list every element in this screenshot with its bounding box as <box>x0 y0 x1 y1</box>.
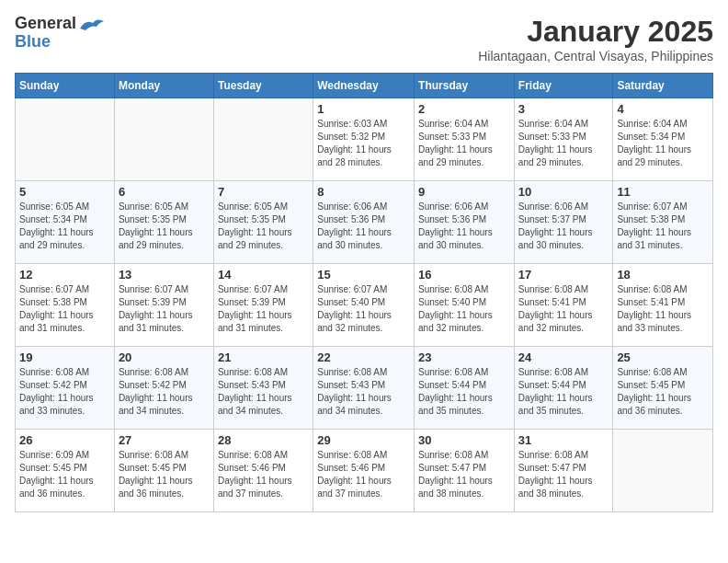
day-number: 26 <box>19 433 110 447</box>
calendar-cell: 23Sunrise: 6:08 AM Sunset: 5:44 PM Dayli… <box>415 347 515 430</box>
calendar-cell: 9Sunrise: 6:06 AM Sunset: 5:36 PM Daylig… <box>415 181 515 264</box>
weekday-header: Sunday <box>16 74 115 98</box>
day-number: 28 <box>218 433 309 447</box>
day-number: 8 <box>317 185 410 199</box>
calendar-cell: 7Sunrise: 6:05 AM Sunset: 5:35 PM Daylig… <box>213 181 313 264</box>
header: General Blue January 2025 Hilantagaan, C… <box>15 15 713 63</box>
calendar-cell: 17Sunrise: 6:08 AM Sunset: 5:41 PM Dayli… <box>514 264 613 347</box>
day-number: 6 <box>119 185 210 199</box>
calendar-cell: 26Sunrise: 6:09 AM Sunset: 5:45 PM Dayli… <box>16 430 115 512</box>
calendar-cell: 15Sunrise: 6:07 AM Sunset: 5:40 PM Dayli… <box>313 264 415 347</box>
day-number: 7 <box>218 185 309 199</box>
title-area: January 2025 Hilantagaan, Central Visaya… <box>478 15 713 63</box>
weekday-header: Thursday <box>415 74 515 98</box>
day-info: Sunrise: 6:04 AM Sunset: 5:33 PM Dayligh… <box>518 118 609 169</box>
calendar-cell: 6Sunrise: 6:05 AM Sunset: 5:35 PM Daylig… <box>114 181 213 264</box>
day-info: Sunrise: 6:04 AM Sunset: 5:34 PM Dayligh… <box>617 118 709 169</box>
day-number: 17 <box>518 268 609 282</box>
calendar-cell: 21Sunrise: 6:08 AM Sunset: 5:43 PM Dayli… <box>213 347 313 430</box>
day-info: Sunrise: 6:05 AM Sunset: 5:35 PM Dayligh… <box>119 201 210 252</box>
day-number: 30 <box>418 433 510 447</box>
day-number: 11 <box>617 185 709 199</box>
calendar-cell <box>114 98 213 181</box>
calendar-week-row: 12Sunrise: 6:07 AM Sunset: 5:38 PM Dayli… <box>16 264 713 347</box>
day-number: 4 <box>617 102 709 116</box>
calendar-cell: 2Sunrise: 6:04 AM Sunset: 5:33 PM Daylig… <box>415 98 515 181</box>
calendar-cell <box>16 98 115 181</box>
calendar-cell: 24Sunrise: 6:08 AM Sunset: 5:44 PM Dayli… <box>514 347 613 430</box>
day-number: 27 <box>119 433 210 447</box>
calendar-cell: 8Sunrise: 6:06 AM Sunset: 5:36 PM Daylig… <box>313 181 415 264</box>
logo-general-text: General <box>15 15 76 33</box>
calendar-cell: 16Sunrise: 6:08 AM Sunset: 5:40 PM Dayli… <box>415 264 515 347</box>
day-info: Sunrise: 6:08 AM Sunset: 5:47 PM Dayligh… <box>518 449 609 500</box>
day-number: 10 <box>518 185 609 199</box>
calendar-cell: 29Sunrise: 6:08 AM Sunset: 5:46 PM Dayli… <box>313 430 415 512</box>
logo-bird-icon <box>78 17 106 38</box>
calendar-cell: 25Sunrise: 6:08 AM Sunset: 5:45 PM Dayli… <box>613 347 713 430</box>
calendar-cell: 10Sunrise: 6:06 AM Sunset: 5:37 PM Dayli… <box>514 181 613 264</box>
day-number: 14 <box>218 268 309 282</box>
calendar-cell: 28Sunrise: 6:08 AM Sunset: 5:46 PM Dayli… <box>213 430 313 512</box>
calendar-cell: 14Sunrise: 6:07 AM Sunset: 5:39 PM Dayli… <box>213 264 313 347</box>
day-info: Sunrise: 6:07 AM Sunset: 5:39 PM Dayligh… <box>119 283 210 335</box>
calendar-cell: 19Sunrise: 6:08 AM Sunset: 5:42 PM Dayli… <box>16 347 115 430</box>
day-info: Sunrise: 6:08 AM Sunset: 5:43 PM Dayligh… <box>317 366 410 418</box>
day-info: Sunrise: 6:08 AM Sunset: 5:44 PM Dayligh… <box>418 366 510 418</box>
day-info: Sunrise: 6:08 AM Sunset: 5:46 PM Dayligh… <box>317 449 410 500</box>
day-info: Sunrise: 6:07 AM Sunset: 5:38 PM Dayligh… <box>19 283 110 335</box>
logo-blue-text: Blue <box>15 33 76 52</box>
day-number: 13 <box>119 268 210 282</box>
day-number: 16 <box>418 268 510 282</box>
day-info: Sunrise: 6:08 AM Sunset: 5:47 PM Dayligh… <box>418 449 510 500</box>
calendar-cell: 11Sunrise: 6:07 AM Sunset: 5:38 PM Dayli… <box>613 181 713 264</box>
calendar-cell: 30Sunrise: 6:08 AM Sunset: 5:47 PM Dayli… <box>415 430 515 512</box>
day-info: Sunrise: 6:08 AM Sunset: 5:43 PM Dayligh… <box>218 366 309 418</box>
day-info: Sunrise: 6:08 AM Sunset: 5:42 PM Dayligh… <box>119 366 210 418</box>
calendar-cell: 4Sunrise: 6:04 AM Sunset: 5:34 PM Daylig… <box>613 98 713 181</box>
day-number: 2 <box>418 102 510 116</box>
weekday-header: Wednesday <box>313 74 415 98</box>
weekday-header: Friday <box>514 74 613 98</box>
day-info: Sunrise: 6:06 AM Sunset: 5:37 PM Dayligh… <box>518 201 609 252</box>
weekday-header-row: SundayMondayTuesdayWednesdayThursdayFrid… <box>16 74 713 98</box>
calendar-cell <box>613 430 713 512</box>
day-info: Sunrise: 6:08 AM Sunset: 5:46 PM Dayligh… <box>218 449 309 500</box>
calendar: SundayMondayTuesdayWednesdayThursdayFrid… <box>15 73 713 512</box>
calendar-week-row: 5Sunrise: 6:05 AM Sunset: 5:34 PM Daylig… <box>16 181 713 264</box>
day-info: Sunrise: 6:04 AM Sunset: 5:33 PM Dayligh… <box>418 118 510 169</box>
day-info: Sunrise: 6:05 AM Sunset: 5:34 PM Dayligh… <box>19 201 110 252</box>
calendar-cell: 18Sunrise: 6:08 AM Sunset: 5:41 PM Dayli… <box>613 264 713 347</box>
day-number: 19 <box>19 350 110 364</box>
calendar-week-row: 1Sunrise: 6:03 AM Sunset: 5:32 PM Daylig… <box>16 98 713 181</box>
weekday-header: Monday <box>114 74 213 98</box>
day-number: 15 <box>317 268 410 282</box>
calendar-cell: 1Sunrise: 6:03 AM Sunset: 5:32 PM Daylig… <box>313 98 415 181</box>
calendar-cell: 22Sunrise: 6:08 AM Sunset: 5:43 PM Dayli… <box>313 347 415 430</box>
day-info: Sunrise: 6:08 AM Sunset: 5:45 PM Dayligh… <box>119 449 210 500</box>
day-number: 18 <box>617 268 709 282</box>
month-title: January 2025 <box>478 15 713 49</box>
day-info: Sunrise: 6:06 AM Sunset: 5:36 PM Dayligh… <box>317 201 410 252</box>
day-info: Sunrise: 6:08 AM Sunset: 5:40 PM Dayligh… <box>418 283 510 335</box>
day-number: 9 <box>418 185 510 199</box>
day-info: Sunrise: 6:05 AM Sunset: 5:35 PM Dayligh… <box>218 201 309 252</box>
day-number: 25 <box>617 350 709 364</box>
calendar-cell: 27Sunrise: 6:08 AM Sunset: 5:45 PM Dayli… <box>114 430 213 512</box>
day-info: Sunrise: 6:07 AM Sunset: 5:39 PM Dayligh… <box>218 283 309 335</box>
day-number: 21 <box>218 350 309 364</box>
day-number: 31 <box>518 433 609 447</box>
calendar-cell: 31Sunrise: 6:08 AM Sunset: 5:47 PM Dayli… <box>514 430 613 512</box>
day-info: Sunrise: 6:06 AM Sunset: 5:36 PM Dayligh… <box>418 201 510 252</box>
day-number: 12 <box>19 268 110 282</box>
day-number: 22 <box>317 350 410 364</box>
calendar-cell: 20Sunrise: 6:08 AM Sunset: 5:42 PM Dayli… <box>114 347 213 430</box>
day-number: 29 <box>317 433 410 447</box>
day-number: 20 <box>119 350 210 364</box>
calendar-cell: 13Sunrise: 6:07 AM Sunset: 5:39 PM Dayli… <box>114 264 213 347</box>
day-info: Sunrise: 6:08 AM Sunset: 5:41 PM Dayligh… <box>518 283 609 335</box>
day-number: 1 <box>317 102 410 116</box>
logo: General Blue <box>15 15 106 52</box>
day-info: Sunrise: 6:07 AM Sunset: 5:38 PM Dayligh… <box>617 201 709 252</box>
day-info: Sunrise: 6:08 AM Sunset: 5:45 PM Dayligh… <box>617 366 709 418</box>
